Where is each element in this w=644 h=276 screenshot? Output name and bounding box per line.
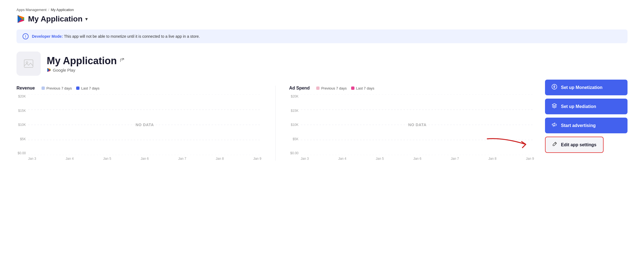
google-play-icon bbox=[16, 15, 25, 23]
app-title-chevron[interactable]: ▾ bbox=[85, 16, 88, 22]
revenue-legend-last: Last 7 days bbox=[76, 86, 100, 90]
revenue-legend-prev: Previous 7 days bbox=[42, 86, 72, 90]
start-advertising-button[interactable]: Start advertising bbox=[545, 118, 628, 133]
adspend-chart-wrapper: $20K $15K $10K $5K $0.00 bbox=[289, 94, 534, 161]
set-up-monetization-button[interactable]: Set up Monetization bbox=[545, 80, 628, 95]
advertising-icon bbox=[552, 122, 557, 129]
left-section: My Application bbox=[16, 52, 534, 161]
external-link-icon[interactable] bbox=[120, 58, 125, 64]
dollar-icon bbox=[552, 84, 557, 90]
adspend-chart-header: Ad Spend Previous 7 days Last 7 days bbox=[289, 86, 534, 91]
svg-point-5 bbox=[26, 62, 28, 63]
charts-row: Revenue Previous 7 days Last 7 days bbox=[16, 86, 534, 161]
revenue-x-labels: Jan 3 Jan 4 Jan 5 Jan 6 Jan 7 Jan 8 Jan … bbox=[28, 155, 262, 161]
adspend-prev-dot bbox=[316, 86, 320, 90]
google-play-small-icon bbox=[47, 68, 51, 72]
adspend-title: Ad Spend bbox=[289, 86, 310, 91]
set-up-mediation-button[interactable]: Set up Mediation bbox=[545, 99, 628, 114]
revenue-prev-label: Previous 7 days bbox=[46, 86, 72, 90]
app-info: My Application bbox=[47, 55, 125, 72]
revenue-last-dot bbox=[76, 86, 79, 90]
app-store-label: Google Play bbox=[53, 68, 75, 72]
svg-rect-4 bbox=[24, 60, 33, 67]
edit-app-settings-button[interactable]: Edit app settings bbox=[545, 137, 604, 153]
revenue-chart-section: Revenue Previous 7 days Last 7 days bbox=[16, 86, 262, 161]
edit-settings-container: Edit app settings bbox=[545, 137, 628, 153]
breadcrumb-current: My Application bbox=[51, 8, 74, 12]
breadcrumb-separator: / bbox=[48, 8, 49, 12]
app-title-row: My Application ▾ bbox=[16, 15, 628, 23]
app-store-row: Google Play bbox=[47, 68, 125, 72]
pencil-icon bbox=[552, 142, 557, 147]
set-up-mediation-label: Set up Mediation bbox=[561, 104, 596, 109]
adspend-x-labels: Jan 3 Jan 4 Jan 5 Jan 6 Jan 7 Jan 8 Jan … bbox=[301, 155, 534, 161]
adspend-legend-last: Last 7 days bbox=[351, 86, 375, 90]
revenue-legend: Previous 7 days Last 7 days bbox=[42, 86, 100, 90]
banner-message: This app will not be able to monetize un… bbox=[64, 34, 200, 39]
mediation-icon bbox=[552, 103, 557, 110]
revenue-y-labels: $20K $15K $10K $5K $0.00 bbox=[16, 94, 28, 161]
banner-bold: Developer Mode: bbox=[32, 34, 63, 39]
breadcrumb: Apps Management / My Application bbox=[16, 8, 628, 12]
right-action-buttons: Set up Monetization Set up Mediation bbox=[545, 52, 628, 161]
adspend-legend-prev: Previous 7 days bbox=[316, 86, 347, 90]
app-name-text: My Application bbox=[47, 55, 117, 67]
adspend-legend: Previous 7 days Last 7 days bbox=[316, 86, 374, 90]
set-up-monetization-label: Set up Monetization bbox=[561, 85, 602, 90]
adspend-chart-section: Ad Spend Previous 7 days Last 7 days bbox=[289, 86, 534, 161]
layers-icon bbox=[552, 103, 557, 109]
placeholder-image-icon bbox=[23, 58, 34, 69]
main-content: My Application bbox=[16, 52, 628, 161]
adspend-prev-label: Previous 7 days bbox=[321, 86, 347, 90]
banner-info-icon: ! bbox=[23, 33, 29, 39]
start-advertising-label: Start advertising bbox=[561, 123, 596, 128]
revenue-chart-area: NO DATA bbox=[28, 94, 262, 155]
revenue-title: Revenue bbox=[16, 86, 35, 91]
adspend-last-label: Last 7 days bbox=[356, 86, 375, 90]
monetization-icon bbox=[552, 84, 557, 91]
app-card: My Application bbox=[16, 52, 534, 76]
revenue-chart-header: Revenue Previous 7 days Last 7 days bbox=[16, 86, 262, 91]
revenue-chart-wrapper: $20K $15K $10K $5K $0.00 bbox=[16, 94, 262, 161]
banner-text: Developer Mode: This app will not be abl… bbox=[32, 34, 200, 39]
adspend-chart-area: NO DATA bbox=[301, 94, 534, 155]
adspend-last-dot bbox=[351, 86, 354, 90]
adspend-no-data: NO DATA bbox=[408, 123, 426, 127]
revenue-chart-inner: NO DATA Jan 3 Jan 4 Jan 5 Jan 6 Jan 7 Ja… bbox=[28, 94, 262, 161]
developer-mode-banner: ! Developer Mode: This app will not be a… bbox=[16, 29, 628, 43]
adspend-y-labels: $20K $15K $10K $5K $0.00 bbox=[289, 94, 301, 161]
app-icon-placeholder bbox=[16, 52, 41, 76]
revenue-prev-dot bbox=[42, 86, 45, 90]
app-title: My Application bbox=[28, 15, 82, 23]
revenue-last-label: Last 7 days bbox=[81, 86, 100, 90]
edit-icon bbox=[552, 142, 557, 148]
charts-divider bbox=[275, 86, 276, 161]
adspend-chart-inner: NO DATA Jan 3 Jan 4 Jan 5 Jan 6 Jan 7 Ja… bbox=[301, 94, 534, 161]
breadcrumb-parent[interactable]: Apps Management bbox=[16, 8, 46, 12]
megaphone-icon bbox=[552, 122, 557, 128]
revenue-no-data: NO DATA bbox=[136, 123, 154, 127]
app-name-heading: My Application bbox=[47, 55, 125, 67]
edit-app-settings-label: Edit app settings bbox=[561, 142, 596, 147]
